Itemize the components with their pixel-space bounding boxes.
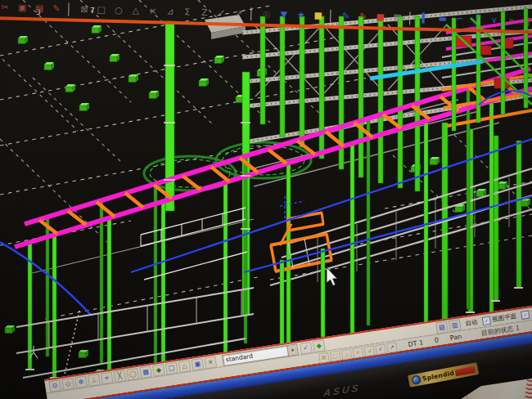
mini-check-icon[interactable]: ✓: [375, 343, 386, 355]
mini-cross-icon[interactable]: ×: [353, 347, 364, 358]
separator: [409, 11, 413, 25]
view-filter-icon[interactable]: ▼: [277, 7, 291, 21]
snap-any-icon[interactable]: ×: [204, 356, 217, 369]
mini-angle-icon[interactable]: ⊿: [363, 345, 375, 356]
filter-apply-icon[interactable]: ✓: [300, 341, 313, 354]
check-tool-icon[interactable]: ✓: [214, 6, 228, 20]
mini-rect-icon[interactable]: □: [330, 350, 341, 361]
snap-intersection-icon[interactable]: +: [101, 371, 114, 384]
snap-triangle-icon[interactable]: △: [178, 360, 192, 373]
auto-label: 自动: [465, 318, 478, 328]
z-tool-icon[interactable]: Z: [197, 6, 211, 20]
snap-midpoint-icon[interactable]: ◇: [61, 377, 74, 390]
cross-tool-icon[interactable]: ×: [146, 4, 160, 18]
snap-circle-icon[interactable]: ◯: [126, 367, 139, 380]
snap-grid-icon[interactable]: ▦: [139, 365, 152, 379]
red-plate-icon[interactable]: ■: [373, 10, 387, 24]
create-twin-beam-icon[interactable]: ∨: [487, 13, 501, 27]
snap-cross-icon[interactable]: ╳: [113, 370, 126, 383]
triangle-tool-icon[interactable]: △: [128, 3, 142, 17]
snapshot-icon[interactable]: ★: [294, 8, 308, 22]
copy-icon[interactable]: ▣: [15, 1, 29, 15]
pen-red-icon[interactable]: ✎: [356, 10, 370, 24]
sigma-tool-icon[interactable]: Σ: [180, 5, 194, 19]
snap-perpendicular-icon[interactable]: ⊥: [88, 373, 101, 386]
macro-pen-icon[interactable]: ✎: [49, 2, 63, 16]
asus-logo: ASUS: [323, 382, 361, 399]
end-tool-icon[interactable]: |: [521, 14, 532, 28]
cut-icon[interactable]: ✂: [0, 0, 12, 14]
rect-tool-icon[interactable]: □: [94, 2, 108, 16]
notes-icon[interactable]: ■: [311, 8, 325, 22]
pen-blue-icon[interactable]: ✎: [339, 9, 353, 23]
view-plane-label: 视图平面: [491, 312, 516, 323]
gray-plate-icon[interactable]: ▨: [390, 11, 404, 25]
arrow-tool-icon[interactable]: ↗: [232, 7, 246, 20]
snap-origin-icon[interactable]: ⊙: [48, 379, 61, 392]
sticker-text: Splendid: [422, 370, 455, 383]
monitor-photo-stage: 3 7 ✂▣▤✎⊠□○△×⊿ΣZ✓↗◎▼★■✎✎■▨▍▬⌐╱∨»| ⊙◇⊕⊥+╳…: [0, 0, 532, 399]
circle-tool-icon[interactable]: ○: [111, 3, 125, 17]
create-polybeam-icon[interactable]: ⌐: [453, 12, 467, 26]
sticker-red-badge: [455, 365, 476, 375]
create-beam-icon[interactable]: ▬: [435, 11, 449, 25]
separator: [68, 2, 72, 16]
work-plane-checkbox[interactable]: ✓ 工作平面: [521, 306, 532, 319]
create-column-icon[interactable]: ▍: [418, 11, 432, 25]
binoculars-icon[interactable]: ◎: [259, 7, 273, 21]
snap-box-icon[interactable]: ▣: [191, 357, 204, 370]
snap-free-icon[interactable]: □: [165, 361, 178, 374]
splendid-sticker: Splendid: [408, 362, 480, 388]
separator: [250, 7, 255, 20]
mini-triangle-icon[interactable]: △: [341, 348, 353, 360]
status-pan: Pan: [449, 333, 462, 342]
create-curved-beam-icon[interactable]: ╱: [470, 12, 484, 26]
mini-point-icon[interactable]: ⊠: [318, 352, 330, 363]
status-count: 0: [434, 336, 439, 344]
chevron-down-icon[interactable]: ▾: [286, 344, 298, 356]
sticker-logo-icon: [412, 374, 422, 385]
checkbox-check-icon: ✓: [482, 316, 491, 325]
create-orthogonal-icon[interactable]: »: [504, 13, 518, 27]
separator: [330, 9, 334, 22]
snap-center-icon[interactable]: ⊕: [74, 375, 88, 388]
mini-arrow-icon[interactable]: ↗: [386, 342, 398, 353]
point-tool-icon[interactable]: ⊠: [77, 2, 91, 16]
status-dt: DT 1: [408, 338, 424, 348]
paste-icon[interactable]: ▤: [32, 1, 46, 15]
plane-view-icon[interactable]: ▤: [435, 321, 449, 334]
filter-new-icon[interactable]: ◆: [313, 339, 326, 352]
checkbox-check-icon: ✓: [521, 310, 530, 319]
snap-diamond-icon[interactable]: ◆: [152, 363, 165, 376]
angle-tool-icon[interactable]: ⊿: [163, 4, 177, 18]
plane-work-icon[interactable]: ▥: [449, 319, 462, 332]
